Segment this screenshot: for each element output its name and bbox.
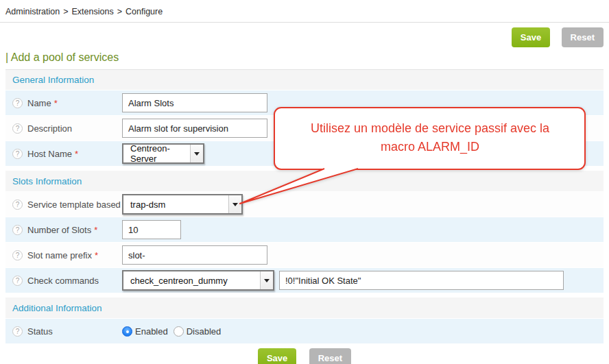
header-actions: Save Reset bbox=[0, 23, 609, 50]
section-additional-information: Additional Information bbox=[5, 298, 604, 318]
number-of-slots-label: Number of Slots bbox=[27, 225, 91, 235]
breadcrumb-separator: > bbox=[63, 7, 68, 16]
number-of-slots-input[interactable] bbox=[122, 220, 181, 239]
section-slots-information: Slots Information bbox=[5, 171, 604, 191]
save-button-bottom[interactable]: Save bbox=[258, 348, 296, 364]
check-commands-selected-value: check_centreon_dummy bbox=[123, 271, 260, 289]
slot-name-prefix-label: Slot name prefix bbox=[27, 250, 92, 260]
service-template-selected-value: trap-dsm bbox=[123, 195, 228, 213]
host-name-label: Host Name bbox=[27, 149, 72, 159]
reset-button-bottom[interactable]: Reset bbox=[309, 348, 351, 364]
description-label: Description bbox=[27, 123, 72, 134]
help-icon[interactable]: ? bbox=[12, 149, 23, 159]
check-commands-label: Check commands bbox=[27, 276, 99, 286]
help-icon[interactable]: ? bbox=[12, 250, 23, 260]
description-input[interactable] bbox=[122, 119, 267, 138]
chevron-down-icon bbox=[190, 145, 203, 162]
row-status: ? Status Enabled Disabled bbox=[5, 319, 604, 343]
footer-actions: Save Reset bbox=[5, 343, 604, 364]
service-template-select[interactable]: trap-dsm bbox=[122, 194, 243, 215]
configure-pool-page: Administration>Extensions>Configure Save… bbox=[0, 0, 609, 364]
pool-form: General Information ? Name * ? Descripti… bbox=[5, 69, 604, 364]
name-input[interactable] bbox=[122, 93, 267, 112]
row-host-name: ? Host Name * Centreon-Server bbox=[5, 141, 604, 166]
row-check-commands: ? Check commands check_centreon_dummy bbox=[5, 268, 604, 293]
help-icon[interactable]: ? bbox=[12, 276, 23, 286]
help-icon[interactable]: ? bbox=[12, 326, 23, 337]
status-disabled-label: Disabled bbox=[187, 326, 222, 337]
help-icon[interactable]: ? bbox=[12, 123, 23, 134]
slot-name-prefix-input[interactable] bbox=[122, 245, 267, 265]
status-enabled-label: Enabled bbox=[135, 326, 168, 337]
required-mark: * bbox=[54, 98, 58, 108]
page-title: | Add a pool of services bbox=[0, 50, 609, 69]
chevron-down-icon bbox=[228, 195, 241, 213]
help-icon[interactable]: ? bbox=[12, 225, 23, 235]
help-icon[interactable]: ? bbox=[12, 98, 23, 108]
save-button-top[interactable]: Save bbox=[512, 27, 550, 47]
required-mark: * bbox=[75, 149, 78, 159]
row-number-of-slots: ? Number of Slots * bbox=[5, 217, 604, 242]
name-label: Name bbox=[27, 98, 51, 108]
status-enabled-radio[interactable]: Enabled bbox=[122, 326, 168, 337]
check-commands-select[interactable]: check_centreon_dummy bbox=[122, 270, 274, 291]
breadcrumb-administration[interactable]: Administration bbox=[5, 7, 60, 16]
row-description: ? Description bbox=[5, 116, 604, 141]
row-slot-name-prefix: ? Slot name prefix * bbox=[5, 243, 604, 267]
host-name-select[interactable]: Centreon-Server bbox=[122, 143, 204, 164]
breadcrumb: Administration>Extensions>Configure bbox=[0, 0, 609, 23]
radio-unselected-icon bbox=[174, 326, 184, 337]
status-disabled-radio[interactable]: Disabled bbox=[174, 326, 222, 337]
service-template-label: Service template based bbox=[27, 199, 121, 210]
breadcrumb-configure[interactable]: Configure bbox=[126, 7, 163, 16]
help-icon[interactable]: ? bbox=[12, 199, 23, 210]
status-radio-group: Enabled Disabled bbox=[122, 326, 226, 337]
radio-selected-icon bbox=[122, 326, 132, 337]
row-service-template: ? Service template based trap-dsm bbox=[5, 192, 604, 217]
row-name: ? Name * bbox=[5, 90, 604, 115]
check-commands-args-input[interactable] bbox=[279, 271, 564, 290]
required-mark: * bbox=[95, 250, 98, 260]
host-name-selected-value: Centreon-Server bbox=[123, 145, 190, 162]
section-general-information: General Information bbox=[5, 69, 604, 90]
status-label: Status bbox=[27, 326, 53, 337]
required-mark: * bbox=[94, 225, 97, 235]
breadcrumb-extensions[interactable]: Extensions bbox=[72, 7, 114, 16]
breadcrumb-separator: > bbox=[117, 7, 122, 16]
reset-button-top[interactable]: Reset bbox=[562, 27, 604, 47]
chevron-down-icon bbox=[260, 271, 273, 289]
